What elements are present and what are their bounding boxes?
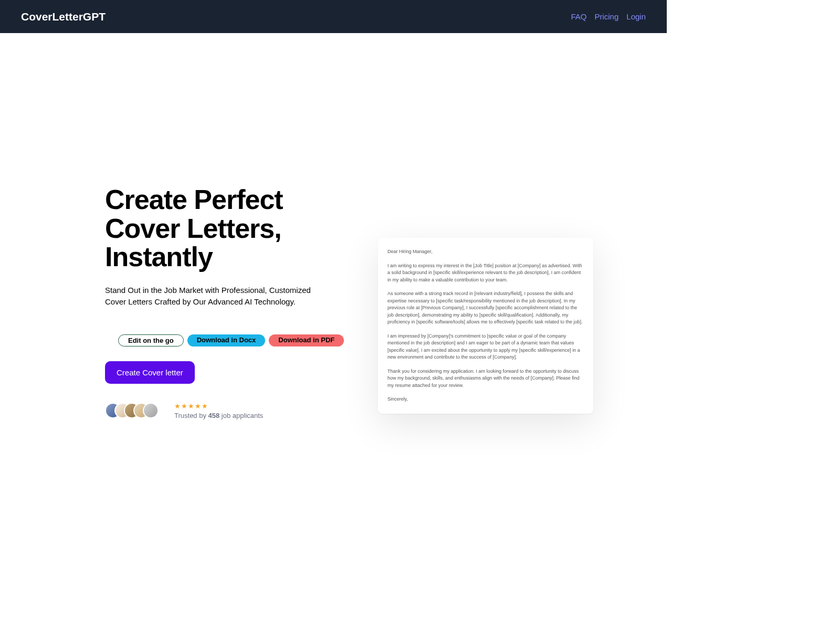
trust-text-wrap: ★ ★ ★ ★ ★ Trusted by 458 job applicants <box>174 402 263 419</box>
star-icon: ★ <box>188 402 194 410</box>
stars: ★ ★ ★ ★ ★ <box>174 402 263 410</box>
trust-text: Trusted by 458 job applicants <box>174 412 263 419</box>
letter-paragraph: Thank you for considering my application… <box>387 368 584 390</box>
pill-edit: Edit on the go <box>118 334 184 346</box>
letter-greeting: Dear Hiring Manager, <box>387 248 584 256</box>
letter-closing: Sincerely, <box>387 396 584 403</box>
trust-prefix: Trusted by <box>174 412 208 419</box>
avatars <box>105 403 159 418</box>
feature-pills: Edit on the go Download in Docx Download… <box>118 334 346 346</box>
trust-suffix: job applicants <box>219 412 263 419</box>
hero-section: Create Perfect Cover Letters, Instantly … <box>0 33 667 419</box>
header: CoverLetterGPT FAQ Pricing Login <box>0 0 667 33</box>
create-cover-letter-button[interactable]: Create Cover letter <box>105 361 195 384</box>
hero-subtitle: Stand Out in the Job Market with Profess… <box>105 285 326 308</box>
letter-paragraph: I am impressed by [Company]'s commitment… <box>387 333 584 361</box>
hero-left: Create Perfect Cover Letters, Instantly … <box>105 185 346 419</box>
trust-section: ★ ★ ★ ★ ★ Trusted by 458 job applicants <box>105 402 346 419</box>
hero-title: Create Perfect Cover Letters, Instantly <box>105 185 346 271</box>
nav-pricing[interactable]: Pricing <box>594 12 618 21</box>
logo[interactable]: CoverLetterGPT <box>21 10 106 23</box>
nav-login[interactable]: Login <box>626 12 646 21</box>
star-icon: ★ <box>174 402 181 410</box>
letter-paragraph: I am writing to express my interest in t… <box>387 262 584 284</box>
letter-preview-card: Dear Hiring Manager, I am writing to exp… <box>378 238 593 414</box>
star-icon: ★ <box>195 402 201 410</box>
avatar <box>143 403 159 418</box>
trust-count: 458 <box>208 412 220 419</box>
pill-docx: Download in Docx <box>187 334 266 346</box>
nav-links: FAQ Pricing Login <box>571 12 646 21</box>
hero-right: Dear Hiring Manager, I am writing to exp… <box>378 185 635 419</box>
pill-pdf: Download in PDF <box>269 334 344 346</box>
star-icon: ★ <box>202 402 208 410</box>
nav-faq[interactable]: FAQ <box>571 12 586 21</box>
letter-paragraph: As someone with a strong track record in… <box>387 290 584 326</box>
star-icon: ★ <box>181 402 187 410</box>
